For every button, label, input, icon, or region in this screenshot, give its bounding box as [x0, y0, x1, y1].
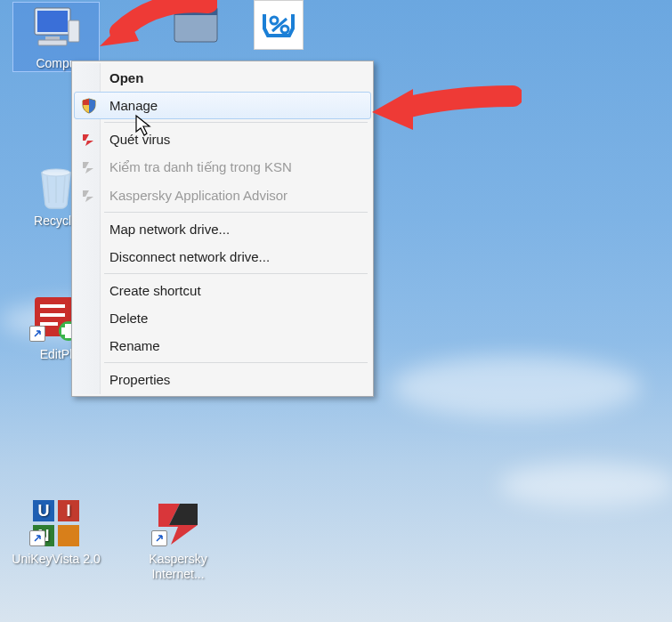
svg-rect-12	[40, 304, 65, 308]
context-menu: Open Manage Quét virus Kiểm tra danh tiế…	[71, 61, 374, 397]
menu-item-label: Map network drive...	[109, 222, 230, 237]
svg-rect-2	[45, 36, 60, 40]
shortcut-arrow-icon	[29, 326, 45, 342]
menu-item-open[interactable]: Open	[74, 64, 371, 92]
desktop-icon-label: Kaspersky Internet...	[125, 552, 231, 582]
svg-rect-13	[40, 313, 65, 317]
svg-marker-31	[372, 89, 413, 130]
svg-text:U: U	[38, 502, 50, 520]
annotation-arrow-top	[93, 0, 217, 55]
shortcut-arrow-icon	[29, 530, 45, 546]
svg-point-7	[271, 17, 278, 24]
svg-point-8	[281, 26, 288, 33]
menu-item-manage[interactable]: Manage	[74, 92, 371, 119]
menu-item-properties[interactable]: Properties	[74, 366, 371, 393]
menu-item-label: Rename	[109, 338, 160, 353]
shortcut-arrow-icon	[151, 530, 167, 546]
desktop-icon-label: UniKeyVista 2.0	[7, 552, 105, 567]
svg-rect-1	[37, 11, 68, 32]
menu-item-label: Create shortcut	[109, 283, 201, 298]
menu-item-label: Delete	[109, 311, 148, 326]
kaspersky-grey-icon	[79, 187, 97, 205]
kaspersky-grey-icon	[79, 158, 97, 176]
kaspersky-icon	[150, 498, 206, 548]
desktop-icon-percent[interactable]	[247, 0, 310, 53]
menu-item-label: Properties	[109, 372, 170, 387]
menu-item-label: Manage	[109, 98, 158, 113]
menu-item-create-shortcut[interactable]: Create shortcut	[74, 277, 371, 304]
menu-item-ksn: Kiểm tra danh tiếng trong KSN	[74, 153, 371, 182]
shield-icon	[80, 97, 98, 115]
kaspersky-scan-icon	[79, 131, 97, 149]
svg-rect-3	[38, 40, 67, 45]
desktop-icon-unikey[interactable]: U I N UniKeyVista 2.0	[7, 498, 105, 567]
menu-item-advisor: Kaspersky Application Advisor	[74, 182, 371, 209]
menu-item-label: Disconnect network drive...	[109, 249, 270, 264]
annotation-arrow-right	[370, 73, 522, 144]
menu-item-scan[interactable]: Quét virus	[74, 125, 371, 153]
svg-marker-29	[83, 190, 93, 202]
cursor-icon	[134, 114, 153, 140]
svg-rect-24	[58, 525, 79, 546]
menu-item-delete[interactable]: Delete	[74, 304, 371, 332]
menu-item-map-drive[interactable]: Map network drive...	[74, 215, 371, 243]
desktop-icon-kaspersky[interactable]: Kaspersky Internet...	[125, 498, 231, 582]
svg-point-10	[42, 169, 70, 176]
percent-icon	[254, 0, 304, 50]
unikey-icon: U I N	[28, 498, 85, 548]
menu-item-rename[interactable]: Rename	[74, 332, 371, 359]
svg-text:I: I	[66, 502, 70, 520]
menu-item-label: Kaspersky Application Advisor	[109, 188, 287, 203]
menu-item-label: Open	[109, 70, 143, 85]
menu-item-disconnect-drive[interactable]: Disconnect network drive...	[74, 243, 371, 271]
menu-item-label: Kiểm tra danh tiếng trong KSN	[109, 159, 292, 174]
svg-marker-27	[83, 134, 93, 146]
svg-rect-4	[69, 20, 79, 42]
computer-icon	[28, 3, 85, 53]
svg-marker-28	[83, 162, 93, 174]
